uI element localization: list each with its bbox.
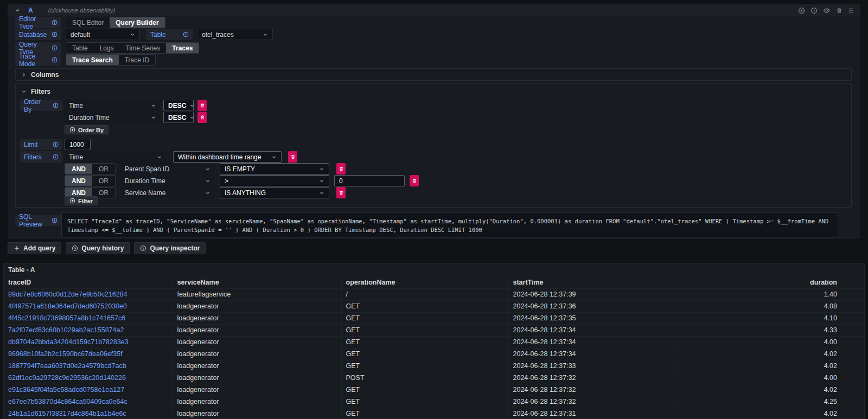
info-icon[interactable] <box>52 20 58 25</box>
order-by-field-select[interactable]: Duration Time <box>65 112 161 123</box>
query-inspector-button[interactable]: Query inspector <box>134 242 206 254</box>
chevron-down-icon <box>263 32 268 37</box>
filter-operator-select[interactable]: > <box>220 175 329 186</box>
remove-order-by-button[interactable] <box>197 100 207 111</box>
chevron-down-icon[interactable] <box>21 89 27 94</box>
info-icon[interactable] <box>52 57 58 63</box>
add-query-button[interactable]: Add query <box>8 242 61 254</box>
tab-trace-id[interactable]: Trace ID <box>119 55 156 65</box>
trace-id-link[interactable]: 1887794f7eaa6037d0e2a4579bcd7acb <box>8 362 126 370</box>
trace-id-link: 89dc7e8c6060c0d12de7e9b50c216284 <box>4 288 173 300</box>
trace-id-link[interactable]: 62df1ec9a29728c9e29536c20d140226 <box>8 374 126 382</box>
filter-field-select[interactable]: Service Name <box>120 187 215 198</box>
order-by-field-select[interactable]: Time <box>65 100 161 111</box>
tab-table[interactable]: Table <box>66 43 94 53</box>
add-order-by-button[interactable]: Order By <box>65 125 108 134</box>
column-header-traceid[interactable]: traceID <box>4 276 173 288</box>
trace-id-link: 1887794f7eaa6037d0e2a4579bcd7acb <box>4 360 173 372</box>
query-history-button[interactable]: Query history <box>66 242 130 254</box>
info-icon[interactable] <box>53 154 59 160</box>
remove-filter-button[interactable] <box>336 187 346 198</box>
drag-handle-icon[interactable] <box>848 7 854 14</box>
operation-name-cell: GET <box>341 312 508 324</box>
start-time-cell: 2024-06-28 12:37:34 <box>508 336 676 348</box>
info-icon[interactable] <box>53 141 59 147</box>
start-time-cell: 2024-06-28 12:37:31 <box>508 408 676 419</box>
or-option[interactable]: OR <box>92 164 115 174</box>
columns-section-title[interactable]: Columns <box>31 71 59 79</box>
history-clock-icon[interactable] <box>810 7 818 14</box>
info-icon[interactable] <box>183 31 189 37</box>
panel-title[interactable]: Table - A <box>4 263 864 276</box>
column-header-operationname[interactable]: operationName <box>341 276 508 288</box>
trace-id-link[interactable]: 4f497571a618e364ed7ded60752030e0 <box>8 302 127 310</box>
trace-id-link[interactable]: 24b1a1d6157f38317d4c864b1a1b4e6c <box>8 410 126 417</box>
eye-icon[interactable] <box>823 7 831 14</box>
limit-input[interactable] <box>65 139 91 150</box>
tab-traces[interactable]: Traces <box>166 43 199 53</box>
column-header-duration[interactable]: duration <box>676 276 864 288</box>
tab-sql-editor[interactable]: SQL Editor <box>66 17 110 28</box>
table-row: 4f497571a618e364ed7ded60752030e0loadgene… <box>4 300 864 312</box>
trace-id-link: 96968b10fa2b2c1590bc67dea06ef35f <box>4 348 173 360</box>
chevron-right-icon[interactable] <box>21 72 27 78</box>
order-by-direction-select[interactable]: DESC <box>163 112 194 123</box>
chevron-down-icon <box>189 115 195 120</box>
remove-order-by-button[interactable] <box>197 112 207 123</box>
remove-filter-button[interactable] <box>410 175 419 186</box>
tab-time-series[interactable]: Time Series <box>120 43 167 53</box>
chevron-down-icon <box>189 103 195 108</box>
tab-trace-search[interactable]: Trace Search <box>66 55 119 65</box>
table-select[interactable]: otel_traces <box>197 29 273 40</box>
info-icon[interactable] <box>52 217 58 223</box>
filters-section-title[interactable]: Filters <box>31 88 50 95</box>
tab-logs[interactable]: Logs <box>94 43 120 53</box>
grafana-query-editor: { "colors": {"accent": "#6E9FFF", "prima… <box>0 0 868 419</box>
chevron-down-icon <box>319 178 324 184</box>
filter-value-input[interactable] <box>334 175 405 186</box>
query-ref-id[interactable]: A <box>28 7 33 14</box>
column-header-starttime[interactable]: startTime <box>508 276 676 288</box>
column-header-servicename[interactable]: serviceName <box>173 276 341 288</box>
remove-filter-button[interactable] <box>336 163 346 175</box>
filter-operator-select[interactable]: Within dashboard time range <box>173 151 282 163</box>
filter-operator-select[interactable]: IS ANYTHING <box>220 187 329 198</box>
filter-operator-select[interactable]: IS EMPTY <box>220 163 329 175</box>
trace-id-link: 62df1ec9a29728c9e29536c20d140226 <box>4 372 173 384</box>
trace-id-link[interactable]: 96968b10fa2b2c1590bc67dea06ef35f <box>8 350 123 358</box>
order-by-direction-select[interactable]: DESC <box>163 100 194 111</box>
collapse-chevron-icon[interactable] <box>14 7 21 14</box>
record-circle-icon[interactable] <box>798 7 805 14</box>
info-icon[interactable] <box>52 45 58 51</box>
table-row: 24b1a1d6157f38317d4c864b1a1b4e6cloadgene… <box>4 408 864 419</box>
and-option[interactable]: AND <box>65 176 92 186</box>
trace-id-link: 4f497571a618e364ed7ded60752030e0 <box>4 300 173 312</box>
database-select[interactable]: default <box>66 29 140 40</box>
filter-field-select[interactable]: Duration Time <box>120 175 215 186</box>
filter-field-select[interactable]: Parent Span ID <box>120 163 215 175</box>
tab-query-builder[interactable]: Query Builder <box>110 17 164 28</box>
table-label: Table <box>146 29 193 40</box>
order-by-label: Order By <box>20 100 62 111</box>
trace-id-link[interactable]: db9704a2bbda34204d159c71b78283e3 <box>8 338 129 346</box>
filter-field-select[interactable]: Time <box>65 151 167 163</box>
trace-id-link[interactable]: 89dc7e8c6060c0d12de7e9b50c216284 <box>8 291 127 298</box>
limit-label: Limit <box>20 139 62 150</box>
trash-icon[interactable] <box>836 7 843 14</box>
operation-name-cell: GET <box>341 300 508 312</box>
conjunction-toggle: AND OR <box>65 175 116 186</box>
trace-id-link[interactable]: e67ee7b53870d4c864ca50409ca0e64c <box>8 398 127 405</box>
start-time-cell: 2024-06-28 12:37:32 <box>508 384 676 396</box>
trace-id-link[interactable]: 7a2f07ecf63c60b1029ab2ac155874a2 <box>8 326 124 334</box>
or-option[interactable]: OR <box>92 176 115 186</box>
table-row: e91c3645f04fa5e58adcd0758e1ea127loadgene… <box>4 384 864 396</box>
trace-id-link[interactable]: 4f45c21918c73698057a8b1c741657c6 <box>8 314 125 322</box>
info-icon[interactable] <box>52 31 58 37</box>
and-option[interactable]: AND <box>65 164 92 174</box>
add-filter-button[interactable]: Filter <box>65 196 98 205</box>
info-icon[interactable] <box>53 102 59 108</box>
remove-filter-button[interactable] <box>288 151 297 163</box>
trace-id-link[interactable]: e91c3645f04fa5e58adcd0758e1ea127 <box>8 386 124 394</box>
sql-preview-label: SQL Preview <box>15 215 61 226</box>
duration-cell: 4.00 <box>676 336 864 348</box>
